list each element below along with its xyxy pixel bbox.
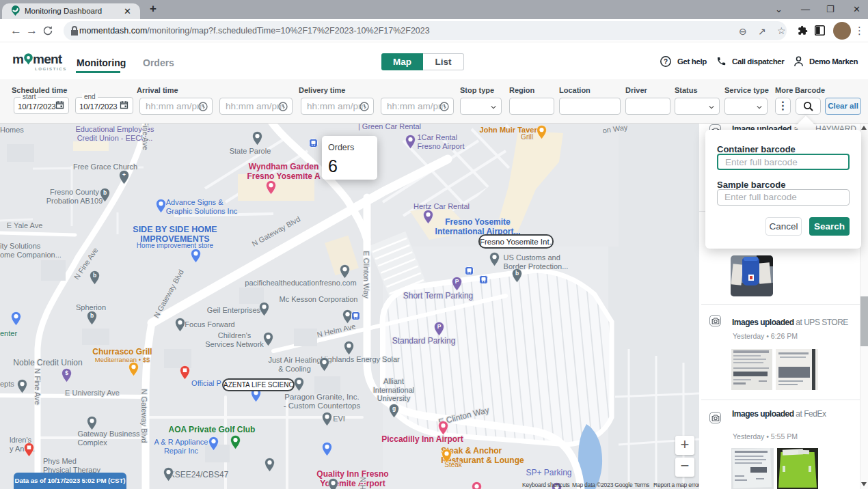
svg-text:b: b: [90, 312, 93, 319]
svg-text:b: b: [103, 189, 106, 196]
svg-text:b: b: [92, 272, 96, 279]
svg-text:+: +: [122, 171, 126, 178]
svg-text:g: g: [392, 405, 395, 412]
svg-text:$: $: [65, 369, 68, 376]
svg-text:P: P: [455, 278, 459, 285]
svg-text:P: P: [437, 323, 441, 330]
svg-text:b: b: [515, 270, 518, 277]
svg-text:?: ?: [664, 58, 668, 66]
